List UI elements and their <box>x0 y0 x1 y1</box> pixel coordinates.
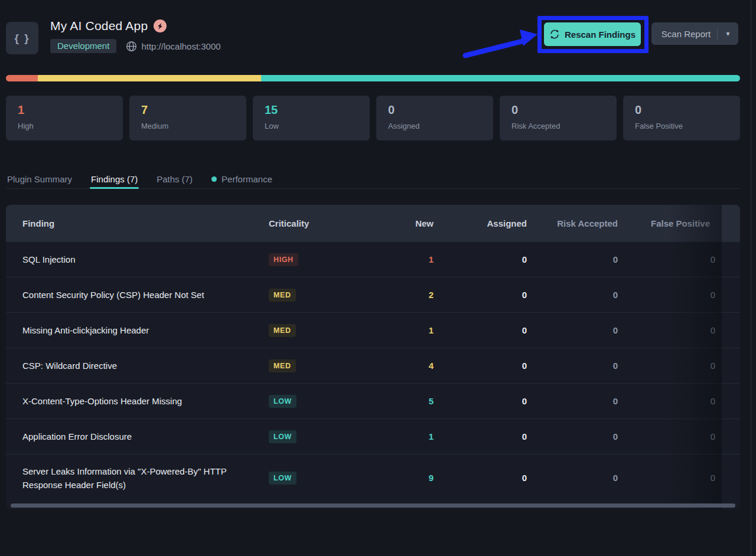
stat-card-assigned: 0 Assigned <box>376 96 493 140</box>
table-row[interactable]: Server Leaks Information via "X-Powered-… <box>6 454 740 501</box>
new-count: 1 <box>334 431 434 441</box>
stat-card-low: 15 Low <box>253 96 370 140</box>
globe-icon <box>126 41 137 52</box>
table-header-row: Finding Criticality New Assigned Risk Ac… <box>6 205 740 241</box>
table-row[interactable]: SQL Injection HIGH 1 0 0 0 <box>6 241 740 277</box>
tab-plugin-summary[interactable]: Plugin Summary <box>6 167 73 188</box>
column-header-assigned: Assigned <box>434 218 527 228</box>
risk-accepted-count: 0 <box>527 431 618 441</box>
table-row[interactable]: Missing Anti-clickjacking Header MED 1 0… <box>6 312 740 348</box>
table-row[interactable]: Content Security Policy (CSP) Header Not… <box>6 277 740 312</box>
tab-performance[interactable]: Performance <box>210 167 273 188</box>
stat-card-risk-accepted: 0 Risk Accepted <box>500 96 617 140</box>
refresh-icon <box>549 29 560 40</box>
risk-accepted-count: 0 <box>527 290 618 300</box>
page-title: My AI Coded App <box>50 19 148 33</box>
false-positive-count: 0 <box>618 431 740 441</box>
criticality-badge: LOW <box>269 430 296 443</box>
severity-segment-low <box>261 75 740 81</box>
severity-segment-medium <box>38 75 261 81</box>
stat-value: 7 <box>141 103 234 116</box>
assigned-count: 0 <box>434 325 527 335</box>
app-code-icon: { } <box>6 22 38 54</box>
stat-value: 1 <box>18 103 111 116</box>
tab-bar: Plugin Summary Findings (7) Paths (7) Pe… <box>6 167 740 189</box>
stat-card-high: 1 High <box>6 96 123 140</box>
scan-report-button[interactable]: Scan Report ▾ <box>651 22 738 45</box>
risk-accepted-count: 0 <box>527 396 618 406</box>
app-scan-dashboard: { } My AI Coded App Development http://l… <box>0 0 756 556</box>
criticality-badge: MED <box>269 289 296 302</box>
finding-name: SQL Injection <box>6 253 269 266</box>
chevron-down-icon[interactable]: ▾ <box>718 30 738 38</box>
window-edge-divider <box>751 0 751 556</box>
scan-report-label: Scan Report <box>651 29 717 39</box>
false-positive-count: 0 <box>618 290 740 300</box>
finding-name: CSP: Wildcard Directive <box>6 359 269 372</box>
tab-label: Findings (7) <box>91 174 138 184</box>
app-url: http://localhost:3000 <box>141 41 220 51</box>
assigned-count: 0 <box>434 396 527 406</box>
title-row: My AI Coded App <box>50 19 167 33</box>
tab-findings[interactable]: Findings (7) <box>90 167 139 188</box>
stat-label: Medium <box>141 122 234 130</box>
criticality-badge: LOW <box>269 395 296 408</box>
new-count: 1 <box>334 254 434 264</box>
stat-value: 0 <box>511 103 605 116</box>
stat-label: Assigned <box>388 122 481 130</box>
table-row[interactable]: X-Content-Type-Options Header Missing LO… <box>6 383 740 418</box>
risk-accepted-count: 0 <box>527 254 618 264</box>
new-count: 5 <box>334 396 434 406</box>
braces-icon: { } <box>14 32 30 45</box>
horizontal-scrollbar[interactable] <box>11 503 735 508</box>
criticality-badge: HIGH <box>269 253 298 266</box>
findings-table: Finding Criticality New Assigned Risk Ac… <box>6 205 740 509</box>
column-header-risk-accepted: Risk Accepted <box>527 218 618 228</box>
tab-label: Paths (7) <box>157 174 193 184</box>
stat-value: 0 <box>388 103 481 116</box>
stats-row: 1 High 7 Medium 15 Low 0 Assigned 0 Risk… <box>6 96 740 140</box>
severity-distribution-bar <box>6 75 740 81</box>
finding-name: Server Leaks Information via "X-Powered-… <box>6 465 269 492</box>
tab-paths[interactable]: Paths (7) <box>155 167 194 188</box>
stat-card-false-positive: 0 False Positive <box>623 96 740 140</box>
criticality-badge: LOW <box>269 472 296 485</box>
performance-status-dot <box>211 176 217 182</box>
new-count: 1 <box>334 325 434 335</box>
rescan-findings-label: Rescan Findings <box>565 30 636 40</box>
assigned-count: 0 <box>434 473 527 483</box>
column-header-false-positive: False Positive <box>618 218 710 228</box>
criticality-badge: MED <box>269 359 296 372</box>
false-positive-count: 0 <box>618 361 740 371</box>
new-count: 9 <box>334 473 434 483</box>
stat-label: Low <box>265 122 358 130</box>
table-row[interactable]: CSP: Wildcard Directive MED 4 0 0 0 <box>6 348 740 383</box>
stat-value: 0 <box>635 103 728 116</box>
false-positive-count: 0 <box>618 473 740 483</box>
false-positive-count: 0 <box>618 254 740 264</box>
table-row[interactable]: Application Error Disclosure LOW 1 0 0 0 <box>6 418 740 454</box>
false-positive-count: 0 <box>618 325 740 335</box>
stat-label: False Positive <box>635 122 728 130</box>
ai-lightning-badge <box>154 19 167 32</box>
stat-label: High <box>18 122 111 130</box>
severity-segment-high <box>6 75 38 81</box>
risk-accepted-count: 0 <box>527 325 618 335</box>
assigned-count: 0 <box>434 431 527 441</box>
stat-card-medium: 7 Medium <box>129 96 246 140</box>
column-header-finding: Finding <box>6 218 269 228</box>
column-header-criticality: Criticality <box>269 218 334 228</box>
environment-badge: Development <box>50 39 116 53</box>
new-count: 2 <box>334 290 434 300</box>
app-meta-row: Development http://localhost:3000 <box>50 39 221 53</box>
finding-name: Content Security Policy (CSP) Header Not… <box>6 288 269 302</box>
new-count: 4 <box>334 361 434 371</box>
finding-name: Missing Anti-clickjacking Header <box>6 323 269 337</box>
assigned-count: 0 <box>434 361 527 371</box>
column-header-new: New <box>334 218 434 228</box>
rescan-findings-button[interactable]: Rescan Findings <box>544 22 641 46</box>
risk-accepted-count: 0 <box>527 473 618 483</box>
false-positive-count: 0 <box>618 396 740 406</box>
stat-value: 15 <box>265 103 358 116</box>
criticality-badge: MED <box>269 324 296 337</box>
